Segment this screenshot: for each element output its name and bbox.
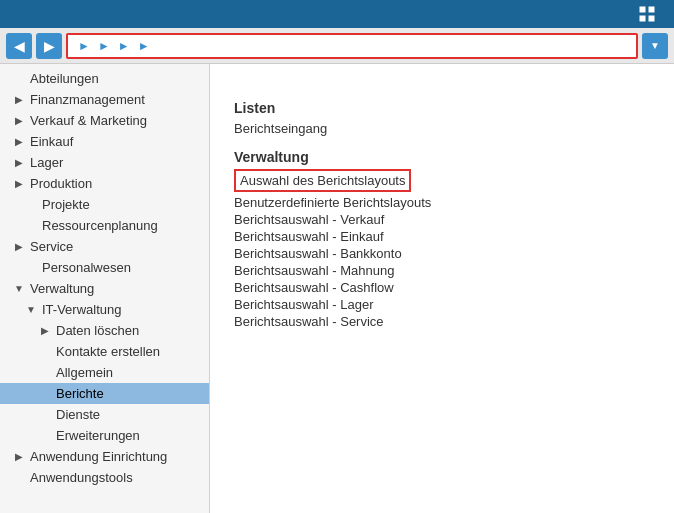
sidebar-spacer-ressourcenplanung bbox=[24, 219, 38, 233]
content-link-berichtsauswahl-einkauf[interactable]: Berichtsauswahl - Einkauf bbox=[234, 228, 650, 245]
sidebar-label-dienste: Dienste bbox=[56, 407, 100, 422]
main-layout: Abteilungen▶Finanzmanagement▶Verkauf & M… bbox=[0, 64, 674, 513]
sidebar-spacer-allgemein bbox=[38, 366, 52, 380]
section-heading-verwaltung: Verwaltung bbox=[234, 149, 650, 165]
sidebar-label-kontakte-erstellen: Kontakte erstellen bbox=[56, 344, 160, 359]
breadcrumb-sep-2: ► bbox=[98, 39, 110, 53]
sidebar-item-abteilungen[interactable]: Abteilungen bbox=[0, 68, 209, 89]
sidebar-label-it-verwaltung: IT-Verwaltung bbox=[42, 302, 122, 317]
sidebar-item-kontakte-erstellen[interactable]: Kontakte erstellen bbox=[0, 341, 209, 362]
content-link-auswahl-berichtslayout[interactable]: Auswahl des Berichtslayouts bbox=[234, 169, 411, 192]
content-link-berichtseingang[interactable]: Berichtseingang bbox=[234, 120, 650, 137]
sidebar-label-berichte: Berichte bbox=[56, 386, 104, 401]
title-bar bbox=[0, 0, 674, 28]
sidebar-label-service: Service bbox=[30, 239, 73, 254]
sidebar-item-finanzmanagement[interactable]: ▶Finanzmanagement bbox=[0, 89, 209, 110]
sidebar-item-allgemein[interactable]: Allgemein bbox=[0, 362, 209, 383]
breadcrumb-sep-4: ► bbox=[138, 39, 150, 53]
sidebar-item-lager[interactable]: ▶Lager bbox=[0, 152, 209, 173]
section-heading-listen: Listen bbox=[234, 100, 650, 116]
nav-bar: ◀ ▶ ► ► ► ► ▼ bbox=[0, 28, 674, 64]
sidebar-label-ressourcenplanung: Ressourcenplanung bbox=[42, 218, 158, 233]
sidebar-arrow-it-verwaltung: ▼ bbox=[24, 303, 38, 317]
sidebar-spacer-berichte bbox=[38, 387, 52, 401]
sidebar-item-dienste[interactable]: Dienste bbox=[0, 404, 209, 425]
nav-dropdown-button[interactable]: ▼ bbox=[642, 33, 668, 59]
sidebar-item-service[interactable]: ▶Service bbox=[0, 236, 209, 257]
sidebar-item-berichte[interactable]: Berichte bbox=[0, 383, 209, 404]
sidebar-item-produktion[interactable]: ▶Produktion bbox=[0, 173, 209, 194]
sidebar-item-it-verwaltung[interactable]: ▼IT-Verwaltung bbox=[0, 299, 209, 320]
breadcrumb: ► ► ► ► bbox=[66, 33, 638, 59]
sidebar-item-personalwesen[interactable]: Personalwesen bbox=[0, 257, 209, 278]
sidebar-arrow-einkauf: ▶ bbox=[12, 135, 26, 149]
sidebar-label-projekte: Projekte bbox=[42, 197, 90, 212]
sidebar-item-daten-loeschen[interactable]: ▶Daten löschen bbox=[0, 320, 209, 341]
sidebar-label-abteilungen: Abteilungen bbox=[30, 71, 99, 86]
sidebar-label-personalwesen: Personalwesen bbox=[42, 260, 131, 275]
content-link-berichtsauswahl-cashflow[interactable]: Berichtsauswahl - Cashflow bbox=[234, 279, 650, 296]
sidebar-item-einkauf[interactable]: ▶Einkauf bbox=[0, 131, 209, 152]
sidebar-label-lager: Lager bbox=[30, 155, 63, 170]
sidebar-item-ressourcenplanung[interactable]: Ressourcenplanung bbox=[0, 215, 209, 236]
breadcrumb-sep-1: ► bbox=[78, 39, 90, 53]
sidebar-spacer-anwendungstools bbox=[12, 471, 26, 485]
sidebar-arrow-produktion: ▶ bbox=[12, 177, 26, 191]
sidebar-arrow-verkauf-marketing: ▶ bbox=[12, 114, 26, 128]
sidebar-arrow-verwaltung: ▼ bbox=[12, 282, 26, 296]
sidebar-label-verkauf-marketing: Verkauf & Marketing bbox=[30, 113, 147, 128]
sidebar-item-anwendung-einrichtung[interactable]: ▶Anwendung Einrichtung bbox=[0, 446, 209, 467]
svg-rect-0 bbox=[640, 7, 646, 13]
back-button[interactable]: ◀ bbox=[6, 33, 32, 59]
sidebar-label-verwaltung: Verwaltung bbox=[30, 281, 94, 296]
sidebar-label-allgemein: Allgemein bbox=[56, 365, 113, 380]
content-link-berichtsauswahl-service[interactable]: Berichtsauswahl - Service bbox=[234, 313, 650, 330]
sidebar-spacer-dienste bbox=[38, 408, 52, 422]
sidebar-arrow-finanzmanagement: ▶ bbox=[12, 93, 26, 107]
sidebar-item-projekte[interactable]: Projekte bbox=[0, 194, 209, 215]
sidebar-item-verkauf-marketing[interactable]: ▶Verkauf & Marketing bbox=[0, 110, 209, 131]
sidebar-item-verwaltung[interactable]: ▼Verwaltung bbox=[0, 278, 209, 299]
svg-rect-3 bbox=[649, 16, 655, 22]
sidebar-label-produktion: Produktion bbox=[30, 176, 92, 191]
svg-rect-2 bbox=[640, 16, 646, 22]
sidebar-spacer-erweiterungen bbox=[38, 429, 52, 443]
sidebar-spacer-personalwesen bbox=[24, 261, 38, 275]
sidebar-arrow-service: ▶ bbox=[12, 240, 26, 254]
content-link-berichtsauswahl-lager[interactable]: Berichtsauswahl - Lager bbox=[234, 296, 650, 313]
sidebar: Abteilungen▶Finanzmanagement▶Verkauf & M… bbox=[0, 64, 210, 513]
sidebar-spacer-abteilungen bbox=[12, 72, 26, 86]
sidebar-label-erweiterungen: Erweiterungen bbox=[56, 428, 140, 443]
sidebar-label-daten-loeschen: Daten löschen bbox=[56, 323, 139, 338]
content-link-berichtsauswahl-mahnung[interactable]: Berichtsauswahl - Mahnung bbox=[234, 262, 650, 279]
sidebar-label-einkauf: Einkauf bbox=[30, 134, 73, 149]
sidebar-spacer-kontakte-erstellen bbox=[38, 345, 52, 359]
content-link-benutzerdefinierte-berichtslayouts[interactable]: Benutzerdefinierte Berichtslayouts bbox=[234, 194, 650, 211]
breadcrumb-sep-3: ► bbox=[118, 39, 130, 53]
sidebar-spacer-projekte bbox=[24, 198, 38, 212]
app-icon bbox=[638, 5, 656, 23]
content-link-berichtsauswahl-verkauf[interactable]: Berichtsauswahl - Verkauf bbox=[234, 211, 650, 228]
sidebar-label-anwendung-einrichtung: Anwendung Einrichtung bbox=[30, 449, 167, 464]
content-area: ListenBerichtseingangVerwaltungAuswahl d… bbox=[210, 64, 674, 513]
svg-rect-1 bbox=[649, 7, 655, 13]
sidebar-label-finanzmanagement: Finanzmanagement bbox=[30, 92, 145, 107]
sidebar-arrow-lager: ▶ bbox=[12, 156, 26, 170]
sidebar-arrow-daten-loeschen: ▶ bbox=[38, 324, 52, 338]
sidebar-label-anwendungstools: Anwendungstools bbox=[30, 470, 133, 485]
content-link-berichtsauswahl-bankkonto[interactable]: Berichtsauswahl - Bankkonto bbox=[234, 245, 650, 262]
sidebar-item-anwendungstools[interactable]: Anwendungstools bbox=[0, 467, 209, 488]
sidebar-item-erweiterungen[interactable]: Erweiterungen bbox=[0, 425, 209, 446]
sidebar-arrow-anwendung-einrichtung: ▶ bbox=[12, 450, 26, 464]
forward-button[interactable]: ▶ bbox=[36, 33, 62, 59]
